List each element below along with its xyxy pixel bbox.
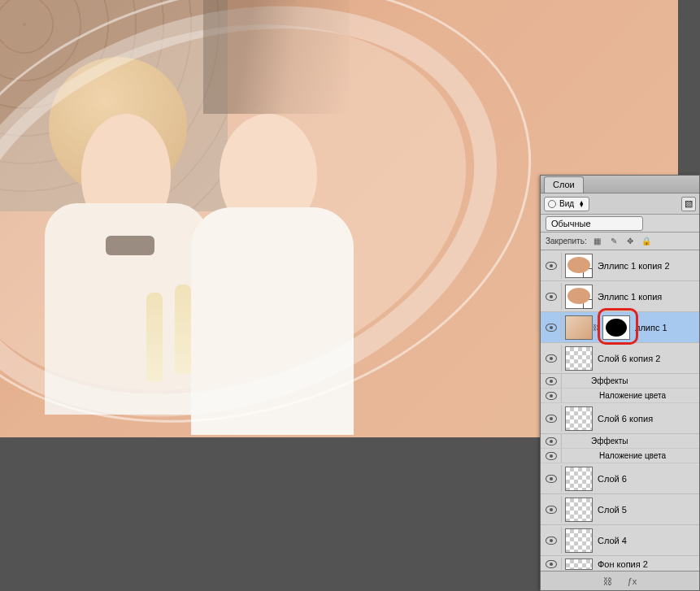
filter-pixel-icon[interactable]: ▧ (681, 197, 696, 211)
filter-kind-label: Вид (559, 199, 574, 208)
visibility-toggle[interactable] (541, 405, 562, 432)
visibility-toggle[interactable] (541, 465, 562, 492)
layer-row[interactable]: Слой 5 (541, 494, 699, 525)
layer-row[interactable]: Эллипс 1 копия 2 (541, 250, 699, 281)
ellipse-shape (0, 0, 580, 437)
lock-bar: Закрепить: ▦ ✎ ✥ 🔒 (541, 232, 699, 250)
layer-name[interactable]: Слой 4 (598, 536, 627, 545)
eye-icon (546, 377, 557, 385)
visibility-toggle[interactable] (541, 374, 562, 388)
layer-thumbnail[interactable] (565, 254, 593, 278)
link-layers-icon[interactable]: ⛓ (602, 575, 615, 588)
layer-row[interactable]: Эллипс 1 копия (541, 281, 699, 312)
layer-name[interactable]: Слой 6 копия 2 (598, 354, 660, 363)
lock-position-icon[interactable]: ✥ (624, 236, 636, 247)
filter-kind-select[interactable]: Вид ▲▼ (544, 197, 589, 211)
layer-name[interactable]: Фон копия 2 (598, 559, 648, 569)
visibility-toggle[interactable] (541, 252, 562, 279)
eye-icon (546, 452, 557, 460)
layer-row[interactable]: Фон копия 2 (541, 556, 699, 571)
layers-panel: Слои Вид ▲▼ ▧ Обычные Закрепить: ▦ ✎ ✥ 🔒… (540, 175, 700, 591)
fx-item-label: Наложение цвета (591, 451, 666, 460)
layer-thumbnail[interactable] (565, 406, 593, 431)
layers-list: Эллипс 1 копия 2 Эллипс 1 копия ⛓ ллипс … (541, 250, 699, 571)
lock-label: Закрепить: (546, 237, 587, 246)
fx-item-row[interactable]: Наложение цвета (541, 449, 699, 463)
visibility-toggle[interactable] (541, 434, 562, 448)
lock-transparent-icon[interactable]: ▦ (592, 236, 603, 247)
visibility-toggle[interactable] (541, 527, 562, 554)
layer-name[interactable]: Слой 5 (598, 505, 627, 515)
layers-panel-footer: ⛓ ƒx (541, 571, 699, 590)
layer-row[interactable]: Слой 6 копия 2 (541, 343, 699, 374)
eye-icon (546, 354, 557, 363)
layer-thumbnail[interactable] (565, 558, 593, 570)
layer-thumbnail[interactable] (565, 315, 593, 340)
visibility-toggle[interactable] (541, 283, 562, 310)
layer-mask-thumbnail[interactable] (602, 315, 630, 340)
layer-name[interactable]: Слой 6 (598, 474, 627, 484)
add-fx-icon[interactable]: ƒx (626, 575, 639, 588)
workspace: Слои Вид ▲▼ ▧ Обычные Закрепить: ▦ ✎ ✥ 🔒… (0, 0, 700, 591)
layer-row-selected[interactable]: ⛓ ллипс 1 (541, 312, 699, 343)
visibility-toggle[interactable] (541, 345, 562, 372)
visibility-toggle[interactable] (541, 496, 562, 523)
visibility-toggle[interactable] (541, 389, 562, 402)
layer-name[interactable]: ллипс 1 (635, 323, 667, 332)
fx-label: Эффекты (591, 376, 628, 385)
visibility-toggle[interactable] (541, 558, 562, 570)
layer-thumbnail[interactable] (565, 467, 593, 491)
layer-thumbnail[interactable] (565, 528, 593, 553)
layer-name[interactable]: Слой 6 копия (598, 414, 653, 424)
fx-item-label: Наложение цвета (591, 391, 666, 400)
fx-item-row[interactable]: Наложение цвета (541, 389, 699, 403)
visibility-toggle[interactable] (541, 449, 562, 463)
eye-icon (546, 392, 557, 400)
tab-layers[interactable]: Слои (544, 176, 584, 193)
lock-paint-icon[interactable]: ✎ (608, 236, 620, 247)
layer-row[interactable]: Слой 6 (541, 463, 699, 494)
layer-thumbnail[interactable] (565, 346, 593, 371)
eye-icon (546, 415, 557, 423)
layer-name[interactable]: Эллипс 1 копия 2 (598, 261, 670, 271)
mask-link-icon[interactable]: ⛓ (593, 324, 599, 332)
eye-icon (546, 437, 557, 445)
blend-mode-bar: Обычные (541, 215, 699, 232)
eye-icon (546, 262, 557, 270)
eye-icon (546, 560, 557, 568)
eye-icon (546, 293, 557, 301)
layer-thumbnail[interactable] (565, 498, 593, 522)
panel-tabbar: Слои (541, 176, 699, 193)
stepper-icon: ▲▼ (577, 201, 585, 207)
visibility-toggle[interactable] (541, 314, 562, 341)
blend-mode-select[interactable]: Обычные (546, 216, 643, 231)
lock-all-icon[interactable]: 🔒 (641, 236, 652, 247)
layer-row[interactable]: Слой 6 копия (541, 403, 699, 434)
layer-row[interactable]: Слой 4 (541, 525, 699, 556)
eye-icon (546, 506, 557, 514)
layers-filter-bar: Вид ▲▼ ▧ (541, 193, 699, 215)
fx-label: Эффекты (591, 437, 628, 445)
fx-row[interactable]: Эффекты (541, 434, 699, 449)
layer-thumbnail[interactable] (565, 285, 593, 309)
eye-icon (546, 324, 557, 332)
filter-kind-icon (548, 200, 556, 208)
eye-icon (546, 475, 557, 483)
layer-name[interactable]: Эллипс 1 копия (598, 292, 662, 302)
eye-icon (546, 537, 557, 545)
fx-row[interactable]: Эффекты (541, 374, 699, 389)
